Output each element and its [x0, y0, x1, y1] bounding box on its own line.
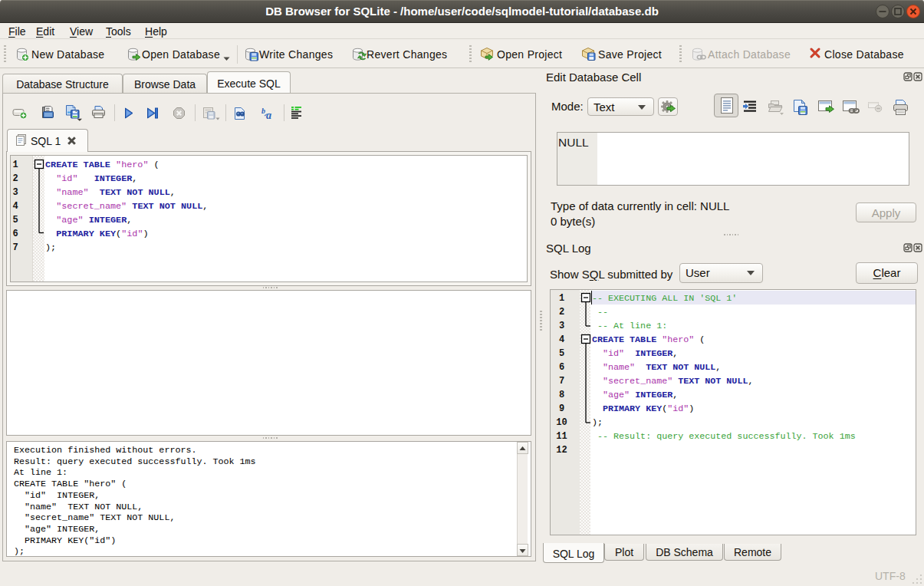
svg-text:b: b: [261, 107, 265, 115]
svg-text:a: a: [266, 110, 271, 120]
